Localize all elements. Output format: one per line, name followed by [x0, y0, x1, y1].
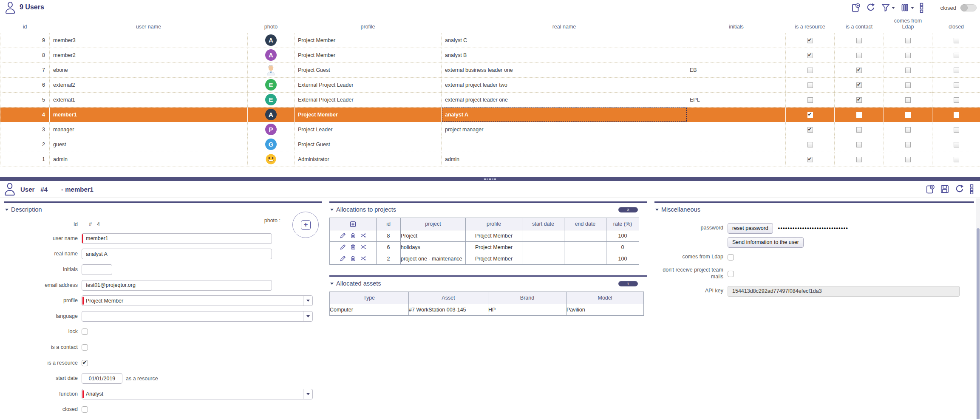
comes-from-ldap-checkbox[interactable] — [905, 157, 911, 162]
is-a-resource-checkbox[interactable] — [807, 97, 813, 103]
columns-button[interactable] — [900, 3, 914, 12]
new-button[interactable] — [925, 184, 935, 194]
transfer-icon[interactable] — [360, 243, 367, 250]
is-a-contact-checkbox[interactable] — [856, 157, 862, 162]
dropdown-arrow[interactable] — [303, 296, 312, 306]
is-a-contact-checkbox[interactable] — [856, 142, 862, 147]
is-a-contact-checkbox[interactable] — [856, 82, 862, 88]
more-menu-button[interactable] — [919, 3, 924, 13]
table-row[interactable]: 9 member3 A Project Member analyst C — [0, 33, 980, 48]
dropdown-arrow[interactable] — [303, 389, 312, 399]
is-a-resource-checkbox[interactable] — [807, 157, 813, 162]
table-row[interactable]: 7 ebone Project Guest external business … — [0, 62, 980, 77]
delete-icon[interactable] — [350, 232, 357, 239]
column-header-is-a-contact[interactable]: is a contact — [835, 18, 884, 33]
panel-splitter-handle[interactable] — [0, 177, 980, 181]
is-a-resource-checkbox[interactable] — [807, 82, 813, 88]
table-row[interactable]: 2 guest G Project Guest — [0, 137, 980, 152]
detail-scrollbar[interactable] — [976, 198, 980, 419]
asset-col-type[interactable]: Type — [330, 292, 409, 304]
closed-toggle[interactable] — [960, 4, 977, 11]
closed-checkbox[interactable] — [954, 112, 959, 118]
is-a-contact-checkbox[interactable] — [856, 68, 862, 73]
comes-from-ldap-checkbox[interactable] — [905, 97, 911, 103]
profile-select[interactable]: Project Member — [82, 295, 313, 306]
closed-checkbox[interactable] — [954, 68, 959, 73]
add-photo-button[interactable]: + — [301, 220, 311, 230]
is-a-contact-checkbox[interactable] — [82, 344, 88, 351]
table-row[interactable]: 6 external2 E External Project Leader ex… — [0, 77, 980, 92]
reset-password-button[interactable]: reset password — [728, 223, 773, 234]
initials-input[interactable] — [82, 264, 112, 275]
alloc-col-rate[interactable]: rate (%) — [606, 218, 639, 230]
asset-col-model[interactable]: Model — [566, 292, 644, 304]
closed-checkbox[interactable] — [954, 82, 959, 88]
closed-checkbox[interactable] — [954, 97, 959, 103]
alloc-col-start-date[interactable]: start date — [522, 218, 564, 230]
alloc-col-profile[interactable]: profile — [466, 218, 522, 230]
user-name-input[interactable] — [82, 233, 272, 244]
alloc-col-project[interactable]: project — [401, 218, 466, 230]
comes-from-ldap-checkbox[interactable] — [905, 68, 911, 73]
transfer-icon[interactable] — [360, 255, 367, 262]
column-header-is-a-resource[interactable]: is a resource — [786, 18, 835, 33]
no-team-mails-checkbox[interactable] — [728, 271, 734, 277]
is-a-contact-checkbox[interactable] — [856, 38, 862, 43]
column-header-closed[interactable]: closed — [932, 18, 980, 33]
send-information-button[interactable]: Send information to the user — [728, 237, 804, 248]
lock-checkbox[interactable] — [82, 328, 88, 335]
asset-row[interactable]: Computer #7 WorkStation 003-145 HP Pavil… — [330, 304, 644, 316]
comes-from-ldap-checkbox[interactable] — [728, 254, 734, 260]
column-header-profile[interactable]: profile — [295, 18, 442, 33]
alloc-col-id[interactable]: id — [377, 218, 401, 230]
delete-icon[interactable] — [350, 255, 357, 262]
is-a-resource-checkbox[interactable] — [82, 360, 88, 366]
comes-from-ldap-checkbox[interactable] — [905, 82, 911, 88]
delete-icon[interactable] — [350, 243, 357, 250]
table-row[interactable]: 3 manager P Project Leader project manag… — [0, 122, 980, 137]
edit-icon[interactable] — [340, 243, 346, 250]
closed-checkbox[interactable] — [954, 38, 959, 43]
table-row[interactable]: 4 member1 A Project Member analyst A — [0, 107, 980, 122]
column-header-user-name[interactable]: user name — [50, 18, 248, 33]
dropdown-arrow[interactable] — [303, 311, 312, 321]
email-input[interactable] — [82, 280, 272, 291]
comes-from-ldap-checkbox[interactable] — [905, 142, 911, 147]
is-a-contact-checkbox[interactable] — [856, 127, 862, 133]
real-name-input[interactable] — [82, 249, 272, 259]
closed-checkbox[interactable] — [954, 127, 959, 133]
allocation-row[interactable]: 8 Project Project Member 100 — [330, 230, 639, 242]
edit-icon[interactable] — [340, 255, 346, 262]
language-select[interactable] — [82, 311, 313, 322]
comes-from-ldap-checkbox[interactable] — [905, 38, 911, 43]
is-a-contact-checkbox[interactable] — [856, 97, 862, 103]
add-allocation-button[interactable] — [330, 218, 377, 230]
is-a-resource-checkbox[interactable] — [807, 38, 813, 43]
comes-from-ldap-checkbox[interactable] — [905, 53, 911, 58]
section-allocations-header[interactable]: Allocations to projects 3 — [329, 205, 647, 214]
is-a-contact-checkbox[interactable] — [856, 53, 862, 58]
filter-button[interactable] — [881, 3, 895, 12]
function-select[interactable]: Analyst — [82, 389, 313, 399]
comes-from-ldap-checkbox[interactable] — [905, 112, 911, 118]
closed-checkbox[interactable] — [954, 53, 959, 58]
asset-col-asset[interactable]: Asset — [409, 292, 488, 304]
comes-from-ldap-checkbox[interactable] — [905, 127, 911, 133]
section-assets-header[interactable]: Allocated assets 1 — [329, 279, 647, 288]
alloc-col-end-date[interactable]: end date — [564, 218, 606, 230]
closed-checkbox[interactable] — [82, 406, 88, 413]
refresh-icon[interactable] — [955, 184, 965, 194]
column-header-comes-from-ldap[interactable]: comes from Ldap — [884, 18, 932, 33]
closed-checkbox[interactable] — [954, 157, 959, 162]
transfer-icon[interactable] — [360, 232, 367, 239]
table-row[interactable]: 8 member2 A Project Member analyst B — [0, 48, 980, 62]
column-header-real-name[interactable]: real name — [442, 18, 687, 33]
section-misc-header[interactable]: Miscellaneous — [654, 205, 974, 214]
refresh-icon[interactable] — [866, 3, 876, 13]
table-row[interactable]: 5 external1 E External Project Leader ex… — [0, 92, 980, 107]
allocation-row[interactable]: 2 project one - maintenance Project Memb… — [330, 253, 639, 265]
more-menu-button[interactable] — [969, 184, 974, 194]
closed-checkbox[interactable] — [954, 142, 959, 147]
start-date-input[interactable] — [82, 373, 122, 384]
is-a-resource-checkbox[interactable] — [807, 68, 813, 73]
